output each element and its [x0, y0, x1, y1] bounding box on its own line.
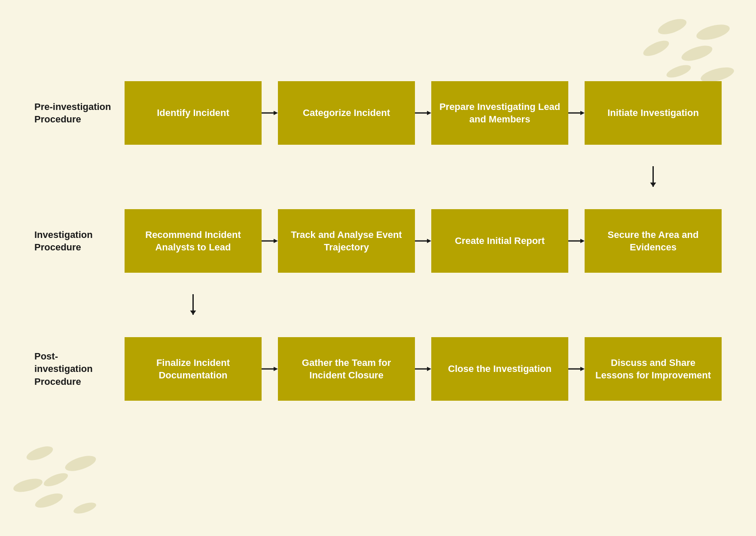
svg-marker-7	[650, 183, 656, 187]
connector-h	[262, 81, 278, 145]
row-label: Pre-investigation Procedure	[34, 81, 125, 145]
flow-box: Gather the Team for Incident Closure	[278, 337, 415, 401]
spacer-1-2	[34, 294, 722, 316]
connector-h	[415, 81, 431, 145]
boxes-container-2: Finalize Incident DocumentationGather th…	[125, 337, 722, 401]
flowchart: Pre-investigation ProcedureIdentify Inci…	[34, 81, 722, 401]
svg-marker-13	[580, 239, 585, 243]
svg-marker-19	[427, 367, 431, 371]
connector-h	[262, 209, 278, 273]
flow-box: Secure the Area and Evidences	[585, 209, 722, 273]
connector-h	[262, 337, 278, 401]
connector-h	[568, 209, 585, 273]
flow-box: Recommend Incident Analysts to Lead	[125, 209, 262, 273]
flow-row-2: Post-investigation ProcedureFinalize Inc…	[34, 337, 722, 401]
boxes-container-0: Identify IncidentCategorize IncidentPrep…	[125, 81, 722, 145]
flow-box: Track and Analyse Event Trajectory	[278, 209, 415, 273]
connector-h	[568, 81, 585, 145]
svg-marker-5	[580, 111, 585, 115]
svg-marker-21	[580, 367, 585, 371]
boxes-container-1: Recommend Incident Analysts to LeadTrack…	[125, 209, 722, 273]
main-content: Pre-investigation ProcedureIdentify Inci…	[0, 0, 756, 418]
flow-box: Finalize Incident Documentation	[125, 337, 262, 401]
spacer-0-1	[34, 166, 722, 188]
rows-grid: Pre-investigation ProcedureIdentify Inci…	[34, 81, 722, 401]
connector-h	[415, 209, 431, 273]
connector-h	[568, 337, 585, 401]
row-label: Investigation Procedure	[34, 209, 125, 273]
svg-marker-1	[274, 111, 278, 115]
flow-row-1: Investigation ProcedureRecommend Inciden…	[34, 209, 722, 273]
page-title	[34, 21, 722, 55]
connector-h	[415, 337, 431, 401]
flow-box: Create Initial Report	[431, 209, 568, 273]
svg-marker-3	[427, 111, 431, 115]
svg-marker-11	[427, 239, 431, 243]
svg-marker-17	[274, 367, 278, 371]
flow-box: Identify Incident	[125, 81, 262, 145]
flow-box: Categorize Incident	[278, 81, 415, 145]
row-label: Post-investigation Procedure	[34, 337, 125, 401]
flow-box: Initiate Investigation	[585, 81, 722, 145]
svg-marker-15	[190, 311, 196, 315]
flow-row-0: Pre-investigation ProcedureIdentify Inci…	[34, 81, 722, 145]
flow-box: Close the Investigation	[431, 337, 568, 401]
flow-box: Prepare Investigating Lead and Members	[431, 81, 568, 145]
flow-box: Discuss and Share Lessons for Improvemen…	[585, 337, 722, 401]
svg-marker-9	[274, 239, 278, 243]
